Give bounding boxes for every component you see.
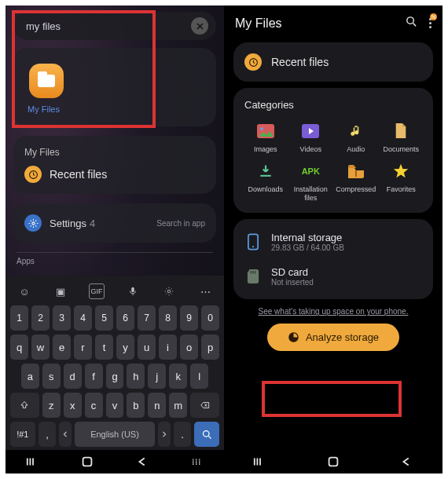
key-l[interactable]: l [190, 364, 208, 389]
key-i[interactable]: i [159, 335, 177, 360]
my-files-preview-card[interactable]: My Files Recent files [13, 136, 216, 194]
key-0[interactable]: 0 [201, 305, 219, 331]
category-documents[interactable]: Documents [380, 122, 423, 154]
mic-icon[interactable] [125, 283, 141, 299]
backspace-key[interactable] [190, 393, 219, 418]
key-x[interactable]: x [64, 393, 82, 418]
nav-recents[interactable] [244, 456, 276, 467]
key-t[interactable]: t [95, 335, 113, 360]
downloads-icon [255, 162, 276, 181]
search-enter-key[interactable] [194, 422, 219, 447]
gif-icon[interactable]: GIF [89, 283, 105, 299]
svg-point-9 [260, 127, 263, 130]
right-phone: My Files N Recent files Categories [224, 5, 442, 474]
highlight-box [262, 381, 402, 417]
recent-files-label: Recent files [271, 56, 329, 68]
svg-point-13 [252, 246, 254, 247]
key-s[interactable]: s [42, 364, 61, 389]
category-videos[interactable]: Videos [290, 122, 332, 154]
key-6[interactable]: 6 [116, 305, 134, 331]
category-downloads[interactable]: Downloads [244, 162, 287, 203]
key-1[interactable]: 1 [10, 305, 28, 331]
svg-point-3 [167, 290, 171, 293]
key-e[interactable]: e [53, 335, 71, 360]
key-d[interactable]: d [64, 364, 82, 389]
symbols-key[interactable]: !#1 [10, 422, 35, 447]
more-menu-icon[interactable]: N [429, 18, 431, 28]
key-j[interactable]: j [148, 364, 166, 389]
key-y[interactable]: y [116, 335, 134, 360]
key-r[interactable]: r [74, 335, 92, 360]
nav-keyboard-toggle[interactable]: ⁞⁞⁞ [181, 457, 212, 467]
key-8[interactable]: 8 [159, 305, 177, 331]
lang-right-key[interactable] [158, 422, 171, 447]
settings-result-card[interactable]: Settings4 Search in app [13, 203, 216, 243]
svg-rect-14 [250, 271, 252, 274]
key-9[interactable]: 9 [180, 305, 198, 331]
page-title: My Files [235, 16, 282, 31]
key-a[interactable]: a [21, 364, 39, 389]
nav-home[interactable] [72, 456, 103, 467]
search-in-app-hint[interactable]: Search in app [156, 219, 205, 228]
shift-key[interactable] [10, 393, 39, 418]
spacebar[interactable]: English (US) [75, 422, 155, 447]
onscreen-keyboard[interactable]: ☺ ▣ GIF ⋯ 1234567890 qwertyuiop asdfghjk… [6, 276, 224, 450]
key-7[interactable]: 7 [138, 305, 156, 331]
key-o[interactable]: o [180, 335, 198, 360]
key-m[interactable]: m [169, 393, 187, 418]
nav-bar: ⁞⁞⁞ [6, 450, 224, 474]
card-header: My Files [24, 147, 205, 158]
key-u[interactable]: u [138, 335, 156, 360]
categories-card: Categories Images Videos Audio Documents [233, 88, 433, 213]
key-b[interactable]: b [127, 393, 145, 418]
analyze-storage-button[interactable]: Analyze storage [267, 324, 399, 351]
comma-key[interactable]: , [39, 422, 57, 447]
key-g[interactable]: g [106, 364, 124, 389]
nav-back[interactable] [127, 456, 158, 467]
internal-storage-title: Internal storage [271, 232, 344, 243]
recent-files-card[interactable]: Recent files [233, 42, 433, 82]
category-favorites[interactable]: Favorites [380, 162, 423, 203]
key-w[interactable]: w [31, 335, 50, 360]
sd-card-row[interactable]: SD card Not inserted [244, 263, 422, 290]
key-5[interactable]: 5 [95, 305, 113, 331]
clear-search-icon[interactable] [191, 17, 208, 35]
nav-back[interactable] [391, 456, 422, 467]
key-n[interactable]: n [148, 393, 166, 418]
key-f[interactable]: f [85, 364, 103, 389]
gear-icon [24, 214, 42, 232]
clock-icon [24, 166, 42, 183]
sticker-icon[interactable]: ▣ [53, 283, 68, 299]
key-q[interactable]: q [10, 335, 28, 360]
key-z[interactable]: z [42, 393, 61, 418]
emoji-icon[interactable]: ☺ [17, 283, 32, 299]
more-icon[interactable]: ⋯ [197, 283, 213, 299]
key-c[interactable]: c [85, 393, 103, 418]
category-images[interactable]: Images [244, 122, 287, 154]
svg-rect-15 [252, 271, 254, 274]
category-installation[interactable]: APK Installation files [290, 162, 332, 203]
key-3[interactable]: 3 [53, 305, 71, 331]
lang-left-key[interactable] [59, 422, 72, 447]
nav-bar [224, 450, 442, 474]
period-key[interactable]: . [174, 422, 192, 447]
apk-icon: APK [300, 162, 321, 181]
keyboard-toolbar: ☺ ▣ GIF ⋯ [9, 280, 221, 304]
key-2[interactable]: 2 [31, 305, 50, 331]
recent-files-row[interactable]: Recent files [24, 166, 205, 183]
search-icon[interactable] [405, 15, 418, 31]
key-h[interactable]: h [127, 364, 145, 389]
nav-home[interactable] [318, 456, 349, 467]
settings-gear-icon[interactable] [161, 283, 177, 299]
nav-recents[interactable] [17, 456, 49, 467]
key-v[interactable]: v [106, 393, 124, 418]
category-audio[interactable]: Audio [335, 122, 377, 154]
svg-rect-11 [355, 170, 357, 177]
key-4[interactable]: 4 [74, 305, 92, 331]
storage-card: Internal storage 29.83 GB / 64.00 GB SD … [233, 219, 433, 299]
analyze-hint[interactable]: See what's taking up space on your phone… [224, 307, 442, 316]
key-k[interactable]: k [169, 364, 187, 389]
category-compressed[interactable]: Compressed [335, 162, 377, 203]
internal-storage-row[interactable]: Internal storage 29.83 GB / 64.00 GB [244, 229, 422, 255]
key-p[interactable]: p [201, 335, 219, 360]
